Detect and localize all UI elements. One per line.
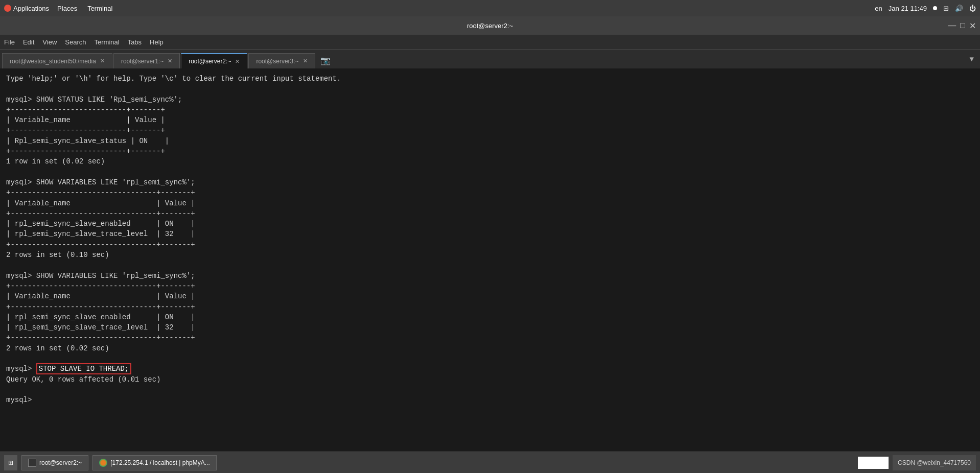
taskbar-csdn-label: CSDN @weixin_44717560 bbox=[893, 455, 976, 470]
power-icon[interactable]: ⏻ bbox=[969, 5, 976, 12]
tab-label: root@server3:~ bbox=[256, 58, 298, 65]
terminal-line bbox=[6, 84, 974, 94]
menu-bar: File Edit View Search Terminal Tabs Help bbox=[0, 35, 980, 50]
menu-tabs[interactable]: Tabs bbox=[128, 38, 142, 46]
menu-search[interactable]: Search bbox=[65, 38, 86, 46]
terminal-cmd-line: mysql> STOP SLAVE IO THREAD; bbox=[6, 364, 974, 374]
tab-label: root@server2:~ bbox=[189, 58, 231, 65]
terminal-line: 1 row in set (0.02 sec) bbox=[6, 156, 974, 167]
terminal-menu[interactable]: Terminal bbox=[87, 5, 112, 12]
close-button[interactable]: ✕ bbox=[969, 21, 976, 31]
restore-button[interactable]: □ bbox=[960, 21, 965, 30]
tab-close-icon[interactable]: ✕ bbox=[235, 58, 240, 65]
terminal-line bbox=[6, 167, 974, 177]
terminal-line: | rpl_semi_sync_slave_trace_level | 32 | bbox=[6, 229, 974, 239]
terminal-line: +----------------------------------+----… bbox=[6, 281, 974, 291]
taskbar-grid-button[interactable]: ⊞ bbox=[4, 455, 17, 470]
tab-add-button[interactable]: 📷 bbox=[316, 53, 335, 68]
tab-close-icon[interactable]: ✕ bbox=[168, 58, 172, 64]
minimize-button[interactable]: — bbox=[948, 21, 956, 30]
tab-westos[interactable]: root@westos_student50:/media ✕ bbox=[2, 53, 112, 68]
menu-edit[interactable]: Edit bbox=[23, 38, 34, 46]
terminal-line: +----------------------------------+----… bbox=[6, 208, 974, 219]
terminal-line: | rpl_semi_sync_slave_enabled | ON | bbox=[6, 219, 974, 229]
taskbar-terminal-label: root@server2:~ bbox=[39, 459, 82, 466]
terminal-line: +---------------------------+-------+ bbox=[6, 125, 974, 135]
terminal-line: Query OK, 0 rows affected (0.01 sec) bbox=[6, 374, 974, 385]
terminal-line bbox=[6, 385, 974, 395]
terminal-line: Type 'help;' or '\h' for help. Type '\c'… bbox=[6, 74, 974, 84]
taskbar-browser-label: [172.25.254.1 / localhost | phpMyA... bbox=[110, 459, 210, 466]
terminal-line: | rpl_semi_sync_slave_enabled | ON | bbox=[6, 312, 974, 322]
network-icon: ⊞ bbox=[943, 5, 949, 12]
terminal-line: mysql> SHOW STATUS LIKE 'Rpl_semi_sync%'… bbox=[6, 94, 974, 105]
terminal-line: +---------------------------+-------+ bbox=[6, 146, 974, 156]
locale-label: en bbox=[875, 5, 882, 12]
window-controls: — □ ✕ bbox=[948, 21, 976, 31]
status-dot-icon bbox=[933, 6, 937, 10]
browser-icon bbox=[99, 459, 107, 467]
volume-icon: 🔊 bbox=[955, 5, 963, 12]
datetime-label: Jan 21 11:49 bbox=[889, 5, 927, 12]
terminal-line: +----------------------------------+----… bbox=[6, 302, 974, 312]
tab-server3[interactable]: root@server3:~ ✕ bbox=[248, 53, 315, 68]
menu-view[interactable]: View bbox=[42, 38, 57, 46]
tab-server2[interactable]: root@server2:~ ✕ bbox=[181, 53, 247, 68]
terminal-icon bbox=[28, 459, 36, 467]
menu-file[interactable]: File bbox=[4, 38, 15, 46]
window-titlebar: root@server2:~ — □ ✕ bbox=[0, 16, 980, 35]
tab-server1[interactable]: root@server1:~ ✕ bbox=[113, 53, 180, 68]
terminal-line: +----------------------------------+----… bbox=[6, 333, 974, 343]
taskbar-terminal-item[interactable]: root@server2:~ bbox=[21, 455, 88, 470]
terminal-line: | Variable_name | Value | bbox=[6, 115, 974, 125]
taskbar: ⊞ root@server2:~ [172.25.254.1 / localho… bbox=[0, 452, 980, 473]
terminal-line: | rpl_semi_sync_slave_trace_level | 32 | bbox=[6, 322, 974, 333]
tab-close-icon[interactable]: ✕ bbox=[100, 58, 105, 64]
window-title: root@server2:~ bbox=[467, 22, 513, 30]
topbar-right: en Jan 21 11:49 ⊞ 🔊 ⏻ bbox=[875, 5, 976, 12]
terminal-line bbox=[6, 353, 974, 364]
menu-help[interactable]: Help bbox=[150, 38, 164, 46]
topbar-nav: Places Terminal bbox=[57, 5, 112, 12]
taskbar-browser-item[interactable]: [172.25.254.1 / localhost | phpMyA... bbox=[92, 455, 217, 470]
apps-label[interactable]: Applications bbox=[13, 5, 49, 12]
tab-label: root@westos_student50:/media bbox=[10, 58, 96, 65]
terminal-line: | Variable_name | Value | bbox=[6, 291, 974, 301]
terminal-line bbox=[6, 260, 974, 270]
terminal-line: | Rpl_semi_sync_slave_status | ON | bbox=[6, 136, 974, 146]
terminal-line: +----------------------------------+----… bbox=[6, 240, 974, 250]
terminal-content[interactable]: Type 'help;' or '\h' for help. Type '\c'… bbox=[0, 69, 980, 452]
terminal-line: mysql> SHOW VARIABLES LIKE 'rpl_semi_syn… bbox=[6, 271, 974, 281]
terminal-line: 2 rows in set (0.02 sec) bbox=[6, 343, 974, 353]
terminal-line: +----------------------------------+----… bbox=[6, 187, 974, 198]
tab-label: root@server1:~ bbox=[121, 58, 164, 65]
terminal-line: mysql> SHOW VARIABLES LIKE 'rpl_semi_syn… bbox=[6, 177, 974, 187]
tab-close-icon[interactable]: ✕ bbox=[303, 58, 308, 64]
tab-dropdown-button[interactable]: ▼ bbox=[966, 52, 978, 66]
add-tab-icon: 📷 bbox=[320, 56, 331, 66]
menu-terminal[interactable]: Terminal bbox=[95, 38, 120, 46]
stop-slave-command: STOP SLAVE IO THREAD; bbox=[36, 363, 131, 374]
places-menu[interactable]: Places bbox=[57, 5, 77, 12]
terminal-line: 2 rows in set (0.10 sec) bbox=[6, 250, 974, 260]
apps-menu[interactable]: Applications bbox=[4, 5, 49, 12]
taskbar-right: CSDN @weixin_44717560 bbox=[858, 455, 976, 470]
red-dot-icon bbox=[4, 5, 11, 12]
terminal-prompt-line: mysql> bbox=[6, 395, 974, 405]
tab-bar: root@westos_student50:/media ✕ root@serv… bbox=[0, 50, 980, 69]
taskbar-search-box[interactable] bbox=[858, 457, 889, 469]
terminal-line: +---------------------------+-------+ bbox=[6, 105, 974, 115]
terminal-line: | Variable_name | Value | bbox=[6, 198, 974, 208]
system-topbar: Applications Places Terminal en Jan 21 1… bbox=[0, 0, 980, 16]
